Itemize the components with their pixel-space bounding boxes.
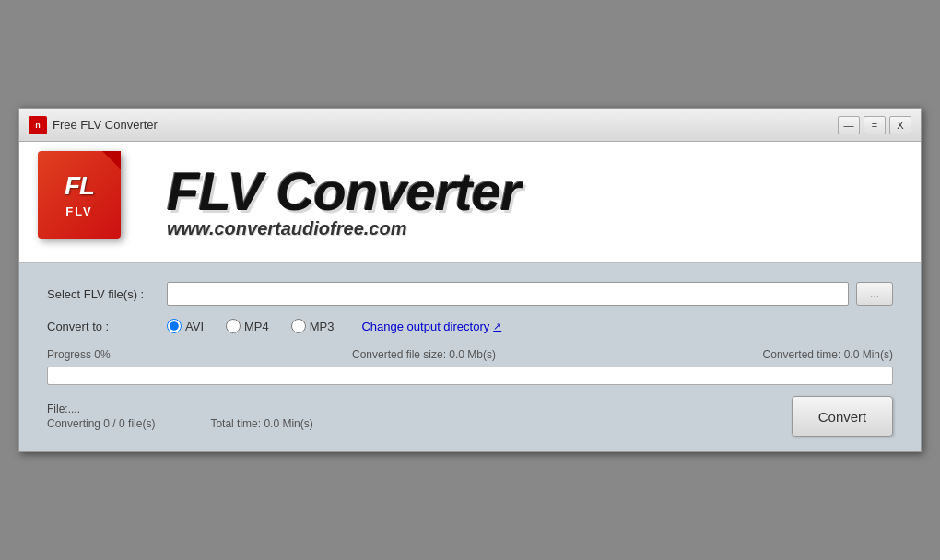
main-window: n Free FLV Converter — = X FL FLV FLV Co…	[18, 108, 922, 452]
banner-text: FLV Converter www.convertaudiofree.com	[167, 165, 520, 239]
banner-title: FLV Converter	[167, 165, 520, 218]
select-file-row: Select FLV file(s) : ...	[47, 282, 893, 306]
app-icon: n	[29, 116, 47, 134]
title-bar: n Free FLV Converter — = X	[19, 109, 921, 142]
progress-bar-container	[47, 367, 893, 385]
mp3-label: MP3	[310, 320, 335, 333]
avi-radio-item[interactable]: AVI	[167, 319, 204, 333]
status-left: File:.... Converting 0 / 0 file(s) Total…	[47, 402, 313, 430]
logo-letters: FL	[65, 171, 94, 201]
logo-box: FL FLV	[38, 151, 121, 239]
file-input[interactable]	[167, 282, 849, 306]
progress-info: Progress 0% Converted file size: 0.0 Mb(…	[47, 348, 893, 361]
status-row: File:.... Converting 0 / 0 file(s) Total…	[47, 396, 893, 437]
total-time: Total time: 0.0 Min(s)	[210, 417, 312, 430]
mp4-radio[interactable]	[226, 319, 241, 333]
flv-logo: FL FLV	[38, 151, 139, 252]
banner-url: www.convertaudiofree.com	[167, 218, 520, 239]
convert-to-label: Convert to :	[47, 320, 167, 333]
converting-status: Converting 0 / 0 file(s)	[47, 417, 155, 430]
format-radio-group: AVI MP4 MP3	[167, 319, 334, 333]
main-content: Select FLV file(s) : ... Convert to : AV…	[19, 263, 921, 451]
mp4-radio-item[interactable]: MP4	[226, 319, 269, 333]
progress-label: Progress 0%	[47, 348, 139, 361]
banner: FL FLV FLV Converter www.convertaudiofre…	[19, 142, 921, 263]
title-bar-left: n Free FLV Converter	[29, 116, 158, 134]
avi-radio[interactable]	[167, 319, 182, 333]
close-button[interactable]: X	[889, 116, 911, 134]
convert-to-row: Convert to : AVI MP4 MP3 Change output d…	[47, 319, 893, 333]
external-link-icon: ↗	[493, 321, 501, 332]
mp3-radio-item[interactable]: MP3	[291, 319, 335, 333]
mp3-radio[interactable]	[291, 319, 306, 333]
maximize-button[interactable]: =	[864, 116, 886, 134]
window-controls: — = X	[838, 116, 911, 134]
file-status: File:....	[47, 402, 313, 415]
logo-label: FLV	[65, 204, 93, 218]
window-title: Free FLV Converter	[53, 118, 158, 132]
change-output-dir-link[interactable]: Change output directory ↗	[361, 320, 501, 333]
browse-button[interactable]: ...	[856, 282, 893, 306]
convert-button[interactable]: Convert	[792, 396, 893, 437]
converted-time-label: Converted time: 0.0 Min(s)	[709, 348, 893, 361]
mp4-label: MP4	[244, 320, 269, 333]
file-size-label: Converted file size: 0.0 Mb(s)	[139, 348, 709, 361]
avi-label: AVI	[185, 320, 204, 333]
minimize-button[interactable]: —	[838, 116, 860, 134]
select-label: Select FLV file(s) :	[47, 287, 167, 301]
